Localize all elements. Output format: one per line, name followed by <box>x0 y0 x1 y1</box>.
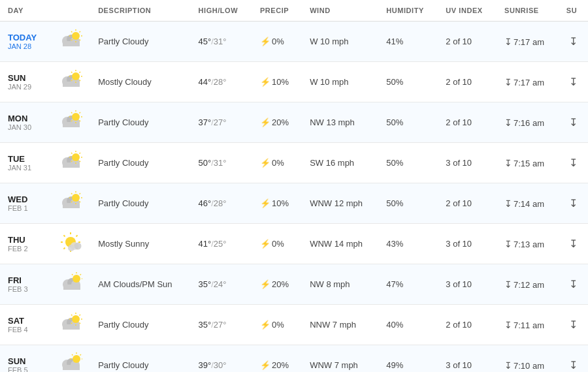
day-date: FEB 2 <box>8 245 43 253</box>
high-temp: 50° <box>199 158 212 168</box>
weather-icon <box>59 109 82 136</box>
svg-line-10 <box>80 40 81 41</box>
low-temp: 28° <box>214 198 227 208</box>
col-icon <box>51 0 90 22</box>
svg-line-84 <box>72 274 73 275</box>
wind-cell: SW 16 mph <box>302 143 378 183</box>
precip-icon: ⚡ <box>260 279 270 289</box>
precip-cell: ⚡20% <box>252 264 302 305</box>
svg-line-25 <box>71 80 73 82</box>
sunset-icon: ↧ <box>569 238 578 249</box>
uv-cell: 3 of 10 <box>438 224 497 264</box>
highlow-cell: 37°/27° <box>191 102 252 143</box>
svg-line-70 <box>64 235 65 236</box>
svg-line-48 <box>71 153 73 154</box>
sunset-cell: ↧ <box>559 143 588 183</box>
uv-cell: 2 of 10 <box>438 305 497 345</box>
svg-line-49 <box>80 161 81 163</box>
day-cell: WED FEB 1 <box>0 183 51 224</box>
table-row: THU FEB 2 Mostly Sunny 41°/25° ⚡0% WNW 1… <box>0 224 588 264</box>
humidity-cell: 41% <box>378 22 438 62</box>
svg-point-90 <box>72 315 80 323</box>
svg-rect-55 <box>63 203 80 208</box>
description-cell: Mostly Cloudy <box>90 62 190 102</box>
wind-cell: NW 13 mph <box>302 102 378 143</box>
humidity-cell: 40% <box>378 305 438 345</box>
highlow-cell: 46°/28° <box>191 183 252 224</box>
low-temp: 27° <box>214 117 227 127</box>
sunrise-icon: ↧ <box>504 158 512 168</box>
weather-icon-cell <box>51 183 90 224</box>
svg-line-37 <box>80 112 81 114</box>
sunset-icon: ↧ <box>569 360 578 371</box>
weather-icon-cell <box>51 143 90 183</box>
svg-point-56 <box>72 194 80 202</box>
low-temp: 25° <box>214 239 227 249</box>
description-cell: Partly Cloudy <box>90 305 190 345</box>
day-name: SUN <box>8 356 43 366</box>
precip-cell: ⚡20% <box>252 345 302 373</box>
svg-line-61 <box>71 193 73 194</box>
uv-cell: 2 of 10 <box>438 22 497 62</box>
day-name: THU <box>8 235 43 245</box>
sunset-icon: ↧ <box>569 36 578 47</box>
description-cell: Partly Cloudy <box>90 183 190 224</box>
highlow-cell: 44°/28° <box>191 62 252 102</box>
svg-rect-29 <box>63 122 80 127</box>
precip-cell: ⚡10% <box>252 62 302 102</box>
table-row: SUN FEB 5 Partly Cloudy 39°/30° ⚡20% WNW… <box>0 345 588 373</box>
description-cell: AM Clouds/PM Sun <box>90 264 190 305</box>
description-cell: Partly Cloudy <box>90 102 190 143</box>
sunset-icon: ↧ <box>569 319 578 330</box>
precip-icon: ⚡ <box>260 77 270 87</box>
sunset-cell: ↧ <box>559 224 588 264</box>
svg-rect-16 <box>63 82 80 87</box>
day-cell: TODAY JAN 28 <box>0 22 51 62</box>
sunrise-cell: ↧7:12 am <box>497 264 559 305</box>
precip-icon: ⚡ <box>260 117 270 127</box>
weather-icon-cell <box>51 62 90 102</box>
table-row: SAT FEB 4 Partly Cloudy 35°/27° ⚡0% <box>0 305 588 345</box>
sunset-cell: ↧ <box>559 264 588 305</box>
sunset-cell: ↧ <box>559 345 588 373</box>
sunrise-cell: ↧7:17 am <box>497 22 559 62</box>
svg-line-98 <box>71 323 73 324</box>
sunrise-cell: ↧7:11 am <box>497 305 559 345</box>
svg-line-73 <box>64 248 65 249</box>
description-cell: Partly Cloudy <box>90 143 190 183</box>
weather-icon-cell <box>51 305 90 345</box>
weather-icon-cell <box>51 224 90 264</box>
humidity-cell: 50% <box>378 183 438 224</box>
day-cell: THU FEB 2 <box>0 224 51 264</box>
precip-icon: ⚡ <box>260 360 270 370</box>
svg-point-4 <box>72 32 80 40</box>
humidity-cell: 49% <box>378 345 438 373</box>
sunrise-cell: ↧7:14 am <box>497 183 559 224</box>
table-header-row: DAY DESCRIPTION HIGH/LOW PRECIP WIND HUM… <box>0 0 588 22</box>
low-temp: 30° <box>214 360 227 370</box>
weather-icon-cell <box>51 264 90 305</box>
svg-line-72 <box>76 235 78 236</box>
day-name: TUE <box>8 154 43 164</box>
wind-cell: W 10 mph <box>302 22 378 62</box>
sunset-cell: ↧ <box>559 183 588 224</box>
table-row: TUE JAN 31 Partly Cloudy 50°/31° ⚡0% <box>0 143 588 183</box>
sunrise-icon: ↧ <box>504 77 512 87</box>
col-precip: PRECIP <box>252 0 302 22</box>
day-cell: TUE JAN 31 <box>0 143 51 183</box>
uv-cell: 3 of 10 <box>438 264 497 305</box>
sunset-icon: ↧ <box>569 157 578 168</box>
precip-cell: ⚡0% <box>252 22 302 62</box>
description-cell: Mostly Sunny <box>90 224 190 264</box>
day-cell: SAT FEB 4 <box>0 305 51 345</box>
day-date: FEB 3 <box>8 285 43 293</box>
day-cell: SUN JAN 29 <box>0 62 51 102</box>
wind-cell: WNW 14 mph <box>302 224 378 264</box>
highlow-cell: 35°/24° <box>191 264 252 305</box>
svg-line-12 <box>71 40 73 41</box>
humidity-cell: 50% <box>378 102 438 143</box>
uv-cell: 2 of 10 <box>438 102 497 143</box>
col-wind: WIND <box>302 0 378 22</box>
day-date: JAN 30 <box>8 123 43 131</box>
highlow-cell: 50°/31° <box>191 143 252 183</box>
